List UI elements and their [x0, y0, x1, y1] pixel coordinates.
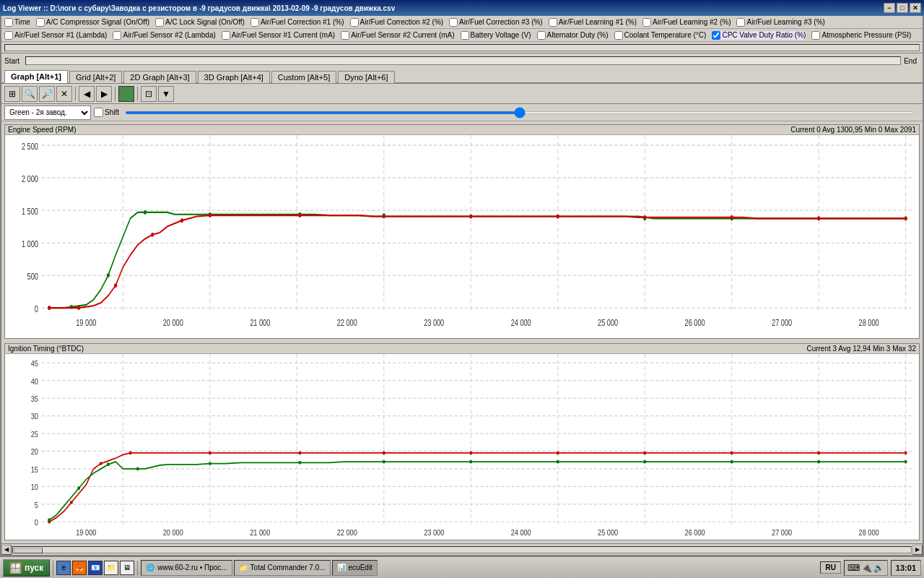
- grid-toggle-button[interactable]: ⊡: [141, 86, 157, 102]
- svg-point-124: [905, 460, 907, 464]
- svg-text:22 000: 22 000: [337, 318, 357, 328]
- svg-point-102: [129, 452, 132, 455]
- checkbox-input[interactable]: [549, 18, 557, 27]
- chart1-title: Engine Speed (RPM): [8, 126, 77, 134]
- prev-button[interactable]: ◀: [79, 86, 95, 102]
- checkbox-input[interactable]: [155, 18, 164, 27]
- checkbox-input[interactable]: [36, 18, 45, 27]
- tab-3d-graph-[alt+4][interactable]: 3D Graph [Alt+4]: [198, 71, 270, 83]
- checkbox-label: Air/Fuel Sensor #1 Current (mA): [232, 31, 335, 39]
- svg-text:25 000: 25 000: [598, 528, 618, 537]
- taskbar-item-browser[interactable]: 🌐 www.60-2.ru • Прос...: [141, 560, 232, 576]
- svg-point-112: [48, 519, 51, 522]
- svg-point-57: [817, 217, 820, 221]
- svg-text:30: 30: [31, 413, 39, 421]
- svg-text:15: 15: [31, 465, 39, 474]
- svg-point-105: [383, 452, 385, 455]
- svg-point-34: [107, 273, 110, 277]
- h-scroll-track[interactable]: [12, 546, 912, 553]
- firefox-icon[interactable]: 🦊: [72, 561, 87, 575]
- zoom-in-button[interactable]: 🔍: [22, 86, 38, 102]
- checkbox-input[interactable]: [350, 18, 359, 27]
- svg-text:25: 25: [31, 430, 39, 439]
- view-options-button[interactable]: ▼: [158, 86, 174, 102]
- next-button[interactable]: ▶: [96, 86, 112, 102]
- svg-point-54: [557, 215, 559, 219]
- checkbox-input[interactable]: [811, 31, 820, 40]
- checkbox-input[interactable]: [461, 31, 469, 40]
- checkbox-input[interactable]: [537, 31, 546, 40]
- checkbox-input[interactable]: [449, 18, 458, 27]
- checkbox-label: A/C Lock Signal (On/Off): [165, 18, 245, 26]
- channel-select[interactable]: Green - 2я завод.: [4, 105, 91, 120]
- checkbox-label: Air/Fuel Sensor #2 (Lambda): [123, 31, 215, 39]
- maximize-button[interactable]: □: [897, 3, 908, 13]
- top-scrollbar[interactable]: [1, 42, 923, 53]
- checkbox-item: Coolant Temperature (°C): [614, 31, 707, 40]
- start-end-row: Start End: [1, 53, 923, 68]
- tab-grid-[alt+2][interactable]: Grid [Alt+2]: [69, 71, 122, 83]
- tab-graph-[alt+1][interactable]: Graph [Alt+1]: [4, 70, 68, 83]
- checkbox-input[interactable]: [642, 18, 651, 27]
- close-button[interactable]: ✕: [910, 3, 921, 13]
- scroll-right-button[interactable]: ▶: [912, 545, 923, 555]
- taskbar-item-commander[interactable]: 📁 Total Commander 7.0...: [234, 560, 331, 576]
- checkbox-label: CPC Valve Duty Ratio (%): [722, 31, 806, 39]
- shift-checkbox[interactable]: [94, 108, 103, 117]
- tab-custom-[alt+5][interactable]: Custom [Alt+5]: [271, 71, 336, 83]
- svg-text:26 000: 26 000: [685, 528, 705, 537]
- checkbox-item: Air/Fuel Correction #2 (%): [350, 18, 444, 27]
- checkbox-item: CPC Valve Duty Ratio (%): [712, 31, 806, 40]
- zoom-rect-button[interactable]: ⊞: [4, 86, 20, 102]
- charts-section: Engine Speed (RPM) Current 0 Avg 1300,95…: [1, 121, 923, 543]
- title-bar: Log Viewer :: D:\логи с субару\Заводка с…: [0, 0, 924, 16]
- start-button[interactable]: 🪟 пуск: [3, 559, 50, 577]
- scroll-left-button[interactable]: ◀: [1, 545, 12, 555]
- explorer-icon[interactable]: 🖥: [120, 561, 134, 575]
- chart2-stats: Current 3 Avg 12,94 Min 3 Max 32: [806, 345, 916, 353]
- checkbox-input[interactable]: [113, 31, 121, 40]
- checkbox-input[interactable]: [4, 18, 13, 27]
- end-label: End: [904, 57, 917, 65]
- checkbox-item: A/C Compressor Signal (On/Off): [36, 18, 149, 27]
- checkbox-input[interactable]: [341, 31, 349, 40]
- svg-text:500: 500: [27, 271, 38, 281]
- svg-point-101: [100, 462, 103, 465]
- svg-point-122: [731, 460, 733, 464]
- checkbox-label: Air/Fuel Learning #2 (%): [653, 18, 731, 26]
- h-scroll-thumb[interactable]: [14, 548, 43, 553]
- svg-text:23 000: 23 000: [424, 318, 444, 328]
- checkbox-input[interactable]: [712, 31, 720, 40]
- checkbox-input[interactable]: [250, 18, 259, 27]
- chart1-area: 2 500 2 000 1 500 1 000 500 0 19 000 20 …: [5, 135, 919, 338]
- svg-text:21 000: 21 000: [250, 318, 270, 328]
- zoom-out-button[interactable]: 🔎: [39, 86, 55, 102]
- svg-point-114: [107, 463, 110, 467]
- svg-point-116: [209, 462, 212, 465]
- folder-icon[interactable]: 📁: [104, 561, 118, 575]
- svg-point-110: [817, 452, 820, 455]
- color-button[interactable]: [118, 86, 134, 102]
- timeline-track[interactable]: [25, 56, 901, 65]
- tab-dyno-[alt+6][interactable]: Dyno [Alt+6]: [338, 71, 394, 83]
- checkbox-label: Time: [14, 18, 30, 26]
- checkbox-input[interactable]: [4, 31, 13, 40]
- outlook-icon[interactable]: 📧: [88, 561, 103, 575]
- checkbox-item: Air/Fuel Sensor #1 (Lambda): [4, 31, 107, 40]
- checkbox-input[interactable]: [736, 18, 745, 27]
- reset-button[interactable]: ✕: [56, 86, 72, 102]
- shift-label: Shift: [105, 108, 119, 116]
- start-label: Start: [4, 57, 19, 65]
- separator-3: [137, 87, 138, 101]
- bottom-scrollbar[interactable]: ◀ ▶: [1, 543, 923, 555]
- tab-2d-graph-[alt+3][interactable]: 2D Graph [Alt+3]: [123, 71, 196, 83]
- scroll-track[interactable]: [4, 44, 920, 51]
- shift-slider[interactable]: [125, 111, 914, 114]
- checkbox-label: Air/Fuel Sensor #1 (Lambda): [14, 31, 107, 39]
- checkbox-input[interactable]: [614, 31, 623, 40]
- taskbar-item-ecu[interactable]: 📊 ecuEdit: [332, 560, 378, 576]
- svg-text:0: 0: [35, 519, 38, 527]
- checkbox-input[interactable]: [222, 31, 230, 40]
- ie-icon[interactable]: e: [56, 561, 71, 575]
- minimize-button[interactable]: −: [884, 3, 895, 13]
